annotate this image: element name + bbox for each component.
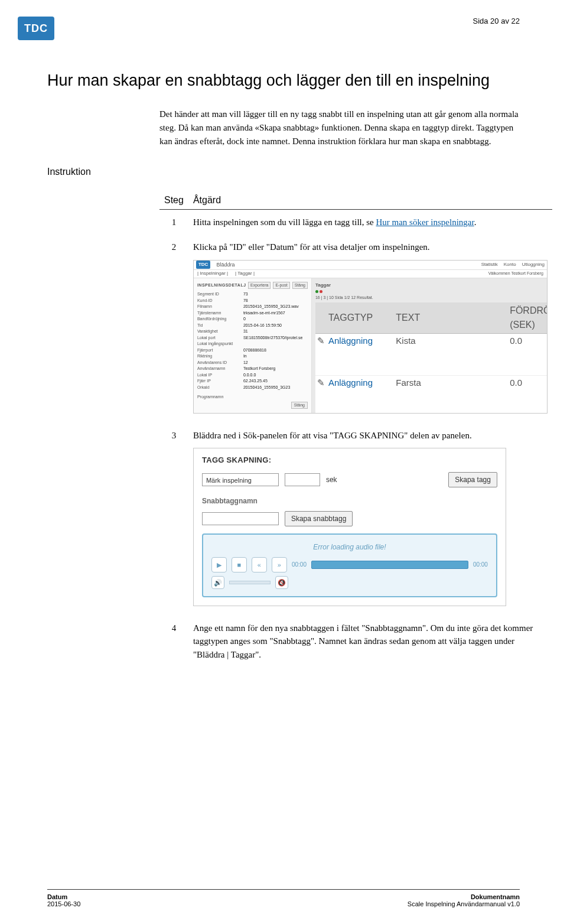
detail-row: Bandfördröjning0 xyxy=(197,316,308,323)
progress-bar[interactable] xyxy=(311,561,468,569)
step-number: 4 xyxy=(159,616,188,668)
page-footer: Datum 2015-06-30 Dokumentnamn Scale Insp… xyxy=(47,889,520,907)
detail-row: Fjärr IP62.243.25.45 xyxy=(197,378,308,385)
intro-paragraph: Det händer att man vill lägger till en n… xyxy=(159,108,520,177)
pager: 16 | 3 | 10 Sida 1/2 12 Resultat. xyxy=(315,295,543,301)
col-step: Steg xyxy=(159,191,188,210)
step-number: 1 xyxy=(159,209,188,235)
footer-date: 2015-06-30 xyxy=(47,900,284,907)
detail-row: Segment ID73 xyxy=(197,291,308,298)
step-text: Hitta inspelningen som du vill lägga en … xyxy=(188,209,552,235)
play-icon[interactable]: ▶ xyxy=(211,557,227,572)
nav-logout[interactable]: Utloggning xyxy=(522,261,545,268)
left-panel-title: INSPELNINGSDETALJ xyxy=(197,282,246,289)
step-row-4: 4 Ange ett namn för den nya snabbtaggen … xyxy=(159,616,552,668)
col-action: Åtgärd xyxy=(188,191,552,210)
tag-creation-title: TAGG SKAPNING: xyxy=(202,454,497,466)
detail-row: Lokal ingångspunkt xyxy=(197,341,308,347)
link-how-to-search[interactable]: Hur man söker inspelningar xyxy=(376,217,474,227)
nav-statistics[interactable]: Statistik xyxy=(481,261,498,268)
rewind-icon[interactable]: « xyxy=(252,557,267,572)
step-text: Ange ett namn för den nya snabbtaggen i … xyxy=(188,616,552,668)
instruction-label: Instruktion xyxy=(47,108,136,177)
create-quicktag-button[interactable]: Skapa snabbtagg xyxy=(285,511,353,526)
tab-recordings[interactable]: | Inspelningar | xyxy=(197,270,228,277)
steps-table: Steg Åtgärd 1 Hitta inspelningen som du … xyxy=(159,191,552,668)
detail-row: Kund-ID78 xyxy=(197,298,308,304)
step-text: Bläddra ned i Sök-panelen för att visa "… xyxy=(188,423,552,616)
forward-icon[interactable]: » xyxy=(272,557,287,572)
brand-logo: TDC xyxy=(18,17,54,40)
step-number: 2 xyxy=(159,235,188,423)
detail-row: RiktningIn xyxy=(197,353,308,360)
volume-icon[interactable]: 🔊 xyxy=(211,576,224,589)
tags-table: TAGGTYP TEXT FÖRDRÖJNING (SEK) VARAKTIGH… xyxy=(315,302,547,413)
stop-icon[interactable]: ■ xyxy=(232,557,247,572)
table-row: ✎AnläggningFarsta0.00Vy Spela Radera xyxy=(315,375,547,413)
mute-icon[interactable]: 🔇 xyxy=(275,576,288,589)
nav-browse[interactable]: Bläddra xyxy=(216,261,234,269)
detail-row: Tjänstenamntrksadm-se-mt-mr1567 xyxy=(197,310,308,317)
detail-row: AnvändarnamnTestkort Forsberg xyxy=(197,366,308,372)
mini-logo: TDC xyxy=(196,261,210,269)
sek-label: sek xyxy=(326,474,337,485)
mark-recording-input[interactable]: Märk inspelning xyxy=(202,473,279,486)
welcome-text: Välkommen Testkort Forsberg xyxy=(488,271,543,277)
step-number: 3 xyxy=(159,423,188,616)
detail-row: Fjärrport0708886818 xyxy=(197,347,308,354)
quicktag-name-input[interactable] xyxy=(202,512,279,525)
detail-row: Tid2015-04-16 15:59:50 xyxy=(197,323,308,329)
nav-account[interactable]: Konto xyxy=(504,261,516,268)
screenshot-tag-creation-panel: TAGG SKAPNING: Märk inspelning sek Skapa… xyxy=(193,448,506,606)
right-title: Taggar xyxy=(315,282,543,289)
footer-docname-label: Dokumentnamn xyxy=(284,893,520,900)
player-error: Error loading audio file! xyxy=(211,542,488,552)
export-button[interactable]: Exportera xyxy=(248,282,271,289)
step-row-2: 2 Klicka på "ID" eller "Datum" för att v… xyxy=(159,235,552,423)
detail-row: Filnamn20150416_155950_3G23.wav xyxy=(197,304,308,310)
time-current: 00:00 xyxy=(292,560,307,569)
footer-date-label: Datum xyxy=(47,893,284,900)
seconds-input[interactable] xyxy=(285,473,320,486)
step-text: Klicka på "ID" eller "Datum" för att vis… xyxy=(188,235,552,423)
table-row: ✎AnläggningKista0.00Vy Spela Radera xyxy=(315,334,547,376)
step-row-1: 1 Hitta inspelningen som du vill lägga e… xyxy=(159,209,552,235)
close-button[interactable]: Stäng xyxy=(292,282,308,289)
detail-row: Lokal portSE18155008tr/275370/iprotel.se xyxy=(197,335,308,341)
email-button[interactable]: E-post xyxy=(273,282,289,289)
audio-player: Error loading audio file! ▶ ■ « » 00:00 … xyxy=(202,533,497,597)
quicktag-label: Snabbtaggnamn xyxy=(202,496,497,506)
create-tag-button[interactable]: Skapa tagg xyxy=(448,472,497,487)
tab-tags[interactable]: | Taggar | xyxy=(235,270,255,277)
detail-row: Lokal IP0.0.0.0 xyxy=(197,372,308,379)
detail-row: Orkald20150416_155950_3G23 xyxy=(197,385,308,391)
close-button-2[interactable]: Stäng xyxy=(291,402,308,409)
page-number: Sida 20 av 22 xyxy=(472,17,520,25)
page-title: Hur man skapar en snabbtagg och lägger d… xyxy=(47,71,520,91)
footer-docname: Scale Inspelning Användarmanual v1.0 xyxy=(284,900,520,907)
volume-slider[interactable] xyxy=(229,581,271,584)
step-row-3: 3 Bläddra ned i Sök-panelen för att visa… xyxy=(159,423,552,616)
detail-row: Användarens ID12 xyxy=(197,360,308,366)
screenshot-recording-detail: TDC Bläddra Statistik Konto Utloggning |… xyxy=(193,260,548,414)
time-total: 00:00 xyxy=(473,560,488,569)
detail-row: Varaktighet31 xyxy=(197,328,308,335)
